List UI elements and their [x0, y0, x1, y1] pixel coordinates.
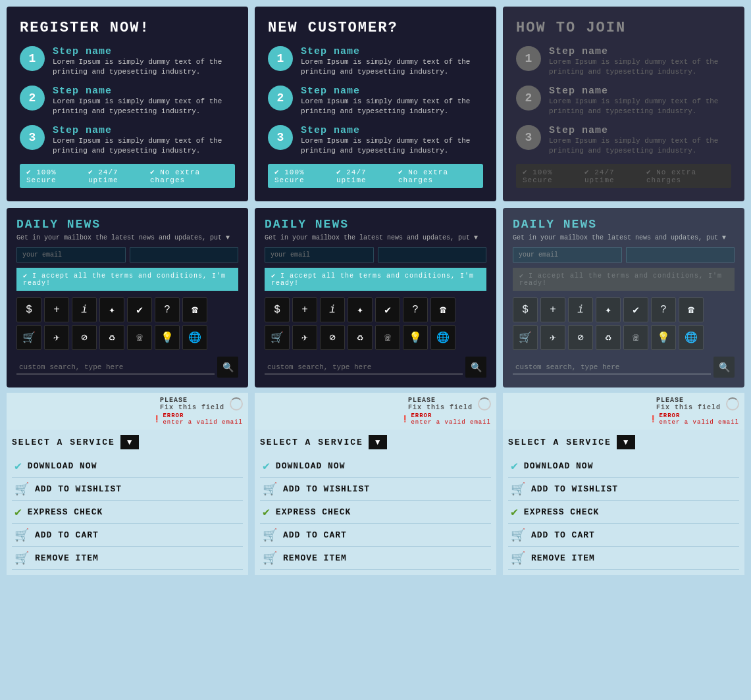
cart-icon-2[interactable]: 🛒 — [265, 325, 290, 350]
search-input-3[interactable] — [513, 361, 711, 374]
remove-item-3[interactable]: 🛒 REMOVE ITEM — [508, 547, 739, 570]
plus-icon-2[interactable]: + — [292, 297, 317, 322]
info-icon-2[interactable]: i — [320, 297, 345, 322]
download-check-icon-2: ✔ — [263, 459, 271, 473]
plane-icon-3[interactable]: ✈ — [540, 325, 565, 350]
check-icon-2[interactable]: ✔ — [375, 297, 400, 322]
news-accept-2[interactable]: ✔ I accept all the terms and conditions,… — [265, 268, 486, 291]
download-now-3[interactable]: ✔ DOWNLOAD NOW — [508, 455, 739, 478]
news-card-1: DAILY NEWS Get in your mailbox the lates… — [7, 208, 248, 388]
add-wishlist-2[interactable]: 🛒 ADD TO WISHLIST — [260, 478, 491, 501]
no-icon-3[interactable]: ⊘ — [568, 325, 593, 350]
step-2-3: 3 Step name Lorem Ipsum is simply dummy … — [268, 125, 483, 157]
news-email-2[interactable] — [265, 247, 374, 262]
news-email-3[interactable] — [513, 247, 622, 262]
select-label-1: SELECT A SERVICE — [12, 438, 115, 447]
error-icon-1: ❗ — [153, 415, 161, 423]
no-icon-1[interactable]: ⊘ — [72, 325, 97, 350]
plus-icon-3[interactable]: + — [540, 297, 565, 322]
step-circle-2-1: 1 — [268, 46, 293, 71]
diamond-icon-3[interactable]: ✦ — [596, 297, 621, 322]
phone2-icon-1[interactable]: ☏ — [127, 325, 152, 350]
add-to-cart-2[interactable]: 🛒 ADD TO CART — [260, 524, 491, 547]
error-label-1: ERRORenter a valid email — [163, 413, 243, 426]
step-3-1: 1 Step name Lorem Ipsum is simply dummy … — [516, 46, 731, 78]
remove-cart-icon-1: 🛒 — [14, 551, 30, 565]
recycle-icon-1[interactable]: ♻ — [99, 325, 124, 350]
plus-icon-1[interactable]: + — [44, 297, 69, 322]
add-wishlist-1[interactable]: 🛒 ADD TO WISHLIST — [12, 478, 243, 501]
plane-icon-1[interactable]: ✈ — [44, 325, 69, 350]
select-arrow-3[interactable]: ▼ — [617, 435, 635, 449]
express-check-2[interactable]: ✔ EXPRESS CHECK — [260, 501, 491, 524]
express-check-1[interactable]: ✔ EXPRESS CHECK — [12, 501, 243, 524]
search-input-2[interactable] — [265, 361, 463, 374]
recycle-icon-2[interactable]: ♻ — [348, 325, 373, 350]
phone-icon-2[interactable]: ☎ — [430, 297, 455, 322]
news-accept-3[interactable]: ✔ I accept all the terms and conditions,… — [513, 268, 735, 291]
phone2-icon-3[interactable]: ☏ — [623, 325, 648, 350]
phone-icon-3[interactable]: ☎ — [679, 297, 704, 322]
search-button-2[interactable]: 🔍 — [465, 357, 486, 378]
check-icon-3[interactable]: ✔ — [623, 297, 648, 322]
dollar-icon-1[interactable]: $ — [16, 297, 41, 322]
search-button-3[interactable]: 🔍 — [713, 357, 735, 378]
info-icon-3[interactable]: i — [568, 297, 593, 322]
news-accept-1[interactable]: ✔ I accept all the terms and conditions,… — [16, 268, 238, 291]
globe-icon-1[interactable]: 🌐 — [182, 325, 207, 350]
news-title-1: DAILY NEWS — [16, 218, 238, 231]
news-email-1[interactable] — [16, 247, 126, 262]
news-desc-1: Get in your mailbox the latest news and … — [16, 234, 238, 242]
news-name-1[interactable] — [130, 247, 239, 262]
select-arrow-1[interactable]: ▼ — [120, 435, 139, 449]
register-card-1: REGISTER NOW! 1 Step name Lorem Ipsum is… — [7, 7, 248, 201]
remove-item-1[interactable]: 🛒 REMOVE ITEM — [12, 547, 243, 570]
add-to-cart-3[interactable]: 🛒 ADD TO CART — [508, 524, 739, 547]
add-wishlist-3[interactable]: 🛒 ADD TO WISHLIST — [508, 478, 739, 501]
please-label-3: PLEASEFix this field — [656, 397, 721, 411]
question-icon-1[interactable]: ? — [155, 297, 180, 322]
check-icon-1[interactable]: ✔ — [127, 297, 152, 322]
wishlist-cart-icon-3: 🛒 — [511, 482, 526, 496]
news-name-3[interactable] — [626, 247, 735, 262]
bulb-icon-1[interactable]: 💡 — [155, 325, 180, 350]
news-card-2: DAILY NEWS Get in your mailbox the lates… — [255, 208, 496, 388]
recycle-icon-3[interactable]: ♻ — [596, 325, 621, 350]
globe-icon-3[interactable]: 🌐 — [679, 325, 704, 350]
dollar-icon-2[interactable]: $ — [265, 297, 290, 322]
diamond-icon-1[interactable]: ✦ — [99, 297, 124, 322]
step-circle-3-1: 1 — [516, 46, 541, 71]
step-3-3: 3 Step name Lorem Ipsum is simply dummy … — [516, 125, 731, 157]
search-button-1[interactable]: 🔍 — [217, 357, 238, 378]
cart-add-icon-2: 🛒 — [263, 528, 278, 542]
phone-icon-1[interactable]: ☎ — [182, 297, 207, 322]
cart-icon-1[interactable]: 🛒 — [16, 325, 41, 350]
diamond-icon-2[interactable]: ✦ — [348, 297, 373, 322]
no-icon-2[interactable]: ⊘ — [320, 325, 345, 350]
globe-icon-2[interactable]: 🌐 — [430, 325, 455, 350]
info-icon-1[interactable]: i — [72, 297, 97, 322]
bulb-icon-3[interactable]: 💡 — [651, 325, 676, 350]
wishlist-cart-icon-2: 🛒 — [263, 482, 278, 496]
news-row: DAILY NEWS Get in your mailbox the lates… — [7, 208, 744, 575]
remove-item-2[interactable]: 🛒 REMOVE ITEM — [260, 547, 491, 570]
question-icon-3[interactable]: ? — [651, 297, 676, 322]
add-to-cart-1[interactable]: 🛒 ADD TO CART — [12, 524, 243, 547]
question-icon-2[interactable]: ? — [403, 297, 428, 322]
express-check-3[interactable]: ✔ EXPRESS CHECK — [508, 501, 739, 524]
cart-icon-3[interactable]: 🛒 — [513, 325, 538, 350]
bulb-icon-2[interactable]: 💡 — [403, 325, 428, 350]
validation-1: PLEASEFix this field ❗ ERRORenter a vali… — [7, 393, 248, 430]
card-footer-3: ✔ 100% Secure ✔ 24/7 uptime ✔ No extra c… — [516, 164, 731, 188]
search-input-1[interactable] — [16, 361, 215, 374]
spinner-1 — [230, 397, 243, 411]
download-now-2[interactable]: ✔ DOWNLOAD NOW — [260, 455, 491, 478]
express-check-icon-2: ✔ — [263, 505, 271, 519]
download-check-icon-1: ✔ — [14, 459, 22, 473]
phone2-icon-2[interactable]: ☏ — [375, 325, 400, 350]
download-now-1[interactable]: ✔ DOWNLOAD NOW — [12, 455, 243, 478]
dollar-icon-3[interactable]: $ — [513, 297, 538, 322]
select-arrow-2[interactable]: ▼ — [369, 435, 387, 449]
plane-icon-2[interactable]: ✈ — [292, 325, 317, 350]
news-name-2[interactable] — [378, 247, 487, 262]
